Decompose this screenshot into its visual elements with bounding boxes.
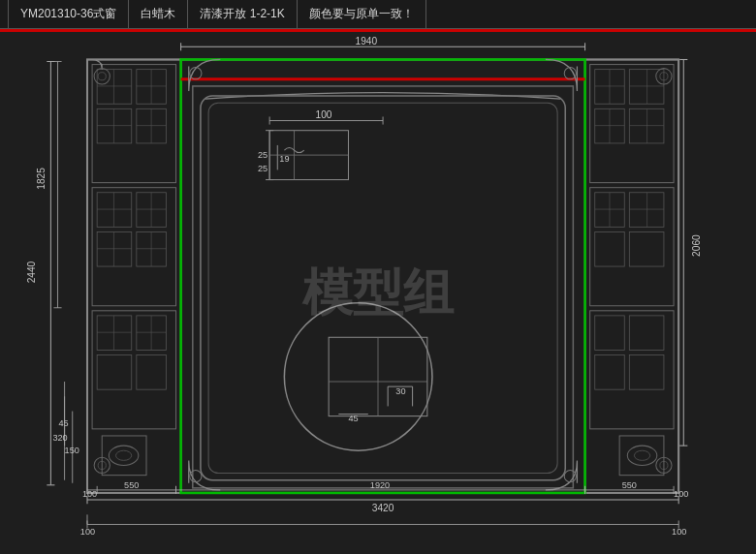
svg-text:25: 25 xyxy=(258,150,268,160)
svg-text:3420: 3420 xyxy=(372,503,394,513)
svg-rect-87 xyxy=(595,316,625,351)
svg-rect-79 xyxy=(629,193,664,228)
svg-text:1920: 1920 xyxy=(370,480,390,490)
svg-text:45: 45 xyxy=(58,418,68,428)
svg-rect-20 xyxy=(201,96,565,480)
svg-rect-19 xyxy=(193,86,574,488)
svg-rect-66 xyxy=(629,70,664,105)
svg-rect-16 xyxy=(585,59,679,492)
svg-rect-81 xyxy=(629,231,664,266)
svg-point-58 xyxy=(98,73,106,80)
svg-text:19: 19 xyxy=(279,154,289,164)
svg-rect-15 xyxy=(87,59,181,492)
drawing-area: 模型组 2440 1825 45 320 150 xyxy=(0,32,756,554)
svg-rect-23 xyxy=(97,70,132,105)
svg-point-62 xyxy=(109,446,139,465)
svg-rect-51 xyxy=(97,355,132,390)
cad-drawing: 2440 1825 45 320 150 xyxy=(0,32,756,554)
svg-text:100: 100 xyxy=(674,489,688,499)
svg-text:45: 45 xyxy=(348,414,358,423)
svg-rect-52 xyxy=(137,355,167,390)
svg-text:2060: 2060 xyxy=(691,234,702,257)
svg-text:550: 550 xyxy=(124,480,139,490)
svg-point-124 xyxy=(284,303,432,451)
svg-point-97 xyxy=(634,450,649,460)
svg-text:1825: 1825 xyxy=(36,168,47,190)
svg-text:320: 320 xyxy=(52,433,67,443)
svg-rect-90 xyxy=(629,355,664,390)
svg-text:100: 100 xyxy=(82,489,97,499)
svg-rect-22 xyxy=(92,65,175,183)
svg-point-63 xyxy=(115,450,131,460)
svg-rect-36 xyxy=(97,193,132,228)
model-code: YM201310-36式窗 xyxy=(8,0,129,28)
svg-rect-64 xyxy=(590,65,674,183)
svg-point-57 xyxy=(94,69,110,84)
svg-text:550: 550 xyxy=(622,480,637,490)
svg-rect-77 xyxy=(590,188,674,306)
svg-text:100: 100 xyxy=(672,527,686,537)
svg-rect-68 xyxy=(629,108,664,143)
svg-text:1940: 1940 xyxy=(355,36,377,46)
svg-rect-35 xyxy=(92,188,175,306)
top-bar: YM201310-36式窗 白蜡木 清漆开放 1-2-1K 颜色要与原单一致！ xyxy=(0,0,756,29)
svg-text:100: 100 xyxy=(316,109,332,120)
svg-text:25: 25 xyxy=(258,164,268,173)
svg-rect-89 xyxy=(595,355,625,390)
color-note: 颜色要与原单一致！ xyxy=(298,0,426,28)
material: 白蜡木 xyxy=(129,0,188,28)
svg-rect-48 xyxy=(92,311,175,429)
svg-rect-88 xyxy=(629,316,664,351)
svg-rect-38 xyxy=(97,231,132,266)
svg-rect-86 xyxy=(590,311,674,429)
svg-text:100: 100 xyxy=(80,527,95,537)
svg-text:2440: 2440 xyxy=(26,261,37,283)
svg-point-96 xyxy=(627,446,657,465)
svg-text:150: 150 xyxy=(65,446,79,455)
svg-text:30: 30 xyxy=(395,386,405,396)
finish: 清漆开放 1-2-1K xyxy=(188,0,297,28)
svg-rect-25 xyxy=(97,108,132,143)
svg-rect-80 xyxy=(595,231,625,266)
svg-rect-49 xyxy=(97,316,132,351)
